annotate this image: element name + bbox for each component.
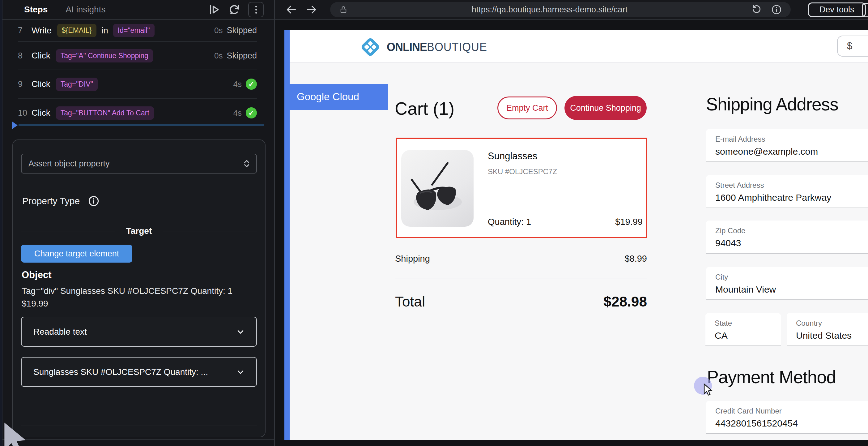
forward-icon[interactable] <box>305 3 318 16</box>
sunglasses-image <box>401 150 473 227</box>
steps-panel-header: Steps AI insights <box>0 0 274 20</box>
credit-card-field[interactable]: Credit Card Number 4432801561520454 <box>706 401 868 434</box>
logo-text-thin: BOUTIQUE <box>427 40 487 54</box>
url-text[interactable]: https://qa.boutique.harness-demo.site/ca… <box>348 5 751 14</box>
step-duration: 4s <box>234 108 242 118</box>
chevron-down-icon <box>235 367 246 377</box>
step-row-7[interactable]: 7 Write ${EMAIL} in Id="email" 0s Skippe… <box>18 20 257 42</box>
currency-selector[interactable]: $ <box>837 36 868 57</box>
logo-text-bold: ONLINE <box>387 40 427 54</box>
step-duration: 4s <box>234 80 242 89</box>
product-quantity: Quantity: 1 <box>488 217 531 227</box>
mouse-cursor <box>702 383 715 398</box>
step-action: Click <box>32 108 51 118</box>
state-value: CA <box>715 330 781 341</box>
shipping-address-heading: Shipping Address <box>706 94 838 114</box>
steps-panel: Steps AI insights 7 Write ${EMAIL} in Id… <box>0 0 275 446</box>
toolbar-partial-button[interactable] <box>862 3 868 17</box>
city-label: City <box>715 273 868 281</box>
app-window: Steps AI insights 7 Write ${EMAIL} in Id… <box>0 0 868 446</box>
webpage: ONLINEBOUTIQUE $ Google Cloud Cart (1) E… <box>284 30 868 440</box>
totals-divider <box>395 278 647 278</box>
embedded-browser: https://qa.boutique.harness-demo.site/ca… <box>275 0 868 446</box>
step-duration: 0s <box>214 26 223 35</box>
step-play-icon[interactable] <box>208 3 220 16</box>
city-field[interactable]: City Mountain View <box>706 267 868 300</box>
country-value: United States <box>796 330 868 341</box>
target-badge[interactable]: Id="email" <box>113 24 155 37</box>
step-row-8[interactable]: 8 Click Tag="A" Continue Shopping 0s Ski… <box>18 42 257 70</box>
chevron-down-icon <box>235 327 246 337</box>
email-field[interactable]: E-mail Address someone@example.com <box>706 129 868 162</box>
variable-badge[interactable]: ${EMAIL} <box>57 24 96 37</box>
step-passed-check-icon: ✓ <box>246 107 257 118</box>
step-editor-card: Assert object property Property Type Tar… <box>12 140 266 437</box>
tab-steps[interactable]: Steps <box>24 5 48 14</box>
zip-code-field[interactable]: Zip Code 94043 <box>706 220 868 254</box>
step-status: Skipped <box>226 51 257 61</box>
state-field[interactable]: State CA <box>705 313 781 346</box>
country-label: Country <box>796 319 868 328</box>
shipping-label: Shipping <box>395 254 430 264</box>
cart-item-highlighted[interactable]: Sunglasses SKU #OLJCESPC7Z Quantity: 1 $… <box>396 138 647 238</box>
online-boutique-logo[interactable]: ONLINEBOUTIQUE <box>360 36 496 58</box>
currency-symbol: $ <box>847 40 852 52</box>
site-header: ONLINEBOUTIQUE $ <box>290 30 868 62</box>
step-duration: 0s <box>214 51 223 61</box>
street-address-field[interactable]: Street Address 1600 Amphitheatre Parkway <box>706 175 868 208</box>
shipping-value: $8.99 <box>624 254 647 264</box>
execution-marker-icon <box>12 121 18 129</box>
cart-title: Cart (1) <box>395 98 455 119</box>
zip-value: 94043 <box>715 238 868 248</box>
online-boutique-page: ONLINEBOUTIQUE $ Google Cloud Cart (1) E… <box>290 30 868 440</box>
page-left-accent <box>284 30 290 440</box>
execution-progress-bar <box>19 124 264 126</box>
address-bar[interactable]: https://qa.boutique.harness-demo.site/ca… <box>330 2 791 17</box>
logo-diamond-icon <box>360 36 381 58</box>
total-value: $28.98 <box>603 293 647 310</box>
continue-shopping-button[interactable]: Continue Shopping <box>564 96 647 120</box>
object-value-select[interactable]: Sunglasses SKU #OLJCESPC7Z Quantity: ... <box>21 357 257 387</box>
step-action: Click <box>32 79 51 89</box>
payment-method-heading: Payment Method <box>707 367 836 387</box>
rerun-icon[interactable] <box>228 3 241 16</box>
assertion-type-value: Assert object property <box>28 159 110 169</box>
step-connector: in <box>101 26 108 36</box>
change-target-button[interactable]: Change target element <box>21 245 132 263</box>
devtools-button[interactable]: Dev tools <box>808 2 866 17</box>
info-icon[interactable] <box>88 195 99 207</box>
readable-text-select[interactable]: Readable text <box>21 317 257 347</box>
target-badge[interactable]: Tag="DIV" <box>56 78 98 91</box>
country-field[interactable]: Country United States <box>787 313 868 346</box>
back-icon[interactable] <box>285 3 298 16</box>
step-passed-check-icon: ✓ <box>246 79 257 90</box>
city-value: Mountain View <box>715 284 868 295</box>
product-sku: SKU #OLJCESPC7Z <box>488 167 557 176</box>
reload-icon[interactable] <box>751 4 762 15</box>
readable-text-value: Readable text <box>33 327 87 337</box>
target-label: Target <box>126 226 152 236</box>
target-badge[interactable]: Tag="BUTTON" Add To Cart <box>56 107 154 120</box>
tab-ai-insights[interactable]: AI insights <box>65 5 105 14</box>
empty-cart-button[interactable]: Empty Cart <box>497 96 557 119</box>
step-row-10[interactable]: 10 Click Tag="BUTTON" Add To Cart 4s ✓ <box>18 99 257 127</box>
credit-card-value: 4432801561520454 <box>715 418 868 429</box>
chevron-updown-icon <box>241 158 252 169</box>
kebab-menu-icon[interactable] <box>248 2 264 17</box>
assertion-type-select[interactable]: Assert object property <box>21 154 257 174</box>
target-badge[interactable]: Tag="A" Continue Shopping <box>56 49 153 62</box>
step-number: 9 <box>18 80 29 89</box>
property-type-label: Property Type <box>22 196 80 206</box>
page-info-icon[interactable] <box>771 4 782 15</box>
step-number: 7 <box>18 26 29 35</box>
object-description: Tag="div" Sunglasses SKU #OLJCESPC7Z Qua… <box>21 285 256 310</box>
step-row-9[interactable]: 9 Click Tag="DIV" 4s ✓ <box>18 70 257 99</box>
mouse-cursor <box>0 421 33 446</box>
browser-toolbar: https://qa.boutique.harness-demo.site/ca… <box>275 0 868 20</box>
browser-viewport: ONLINEBOUTIQUE $ Google Cloud Cart (1) E… <box>275 20 868 446</box>
step-action: Click <box>32 51 51 61</box>
google-cloud-label: Google Cloud <box>297 91 359 103</box>
product-price: $19.99 <box>615 217 643 227</box>
window-edge <box>0 0 2 446</box>
credit-card-label: Credit Card Number <box>715 407 868 415</box>
